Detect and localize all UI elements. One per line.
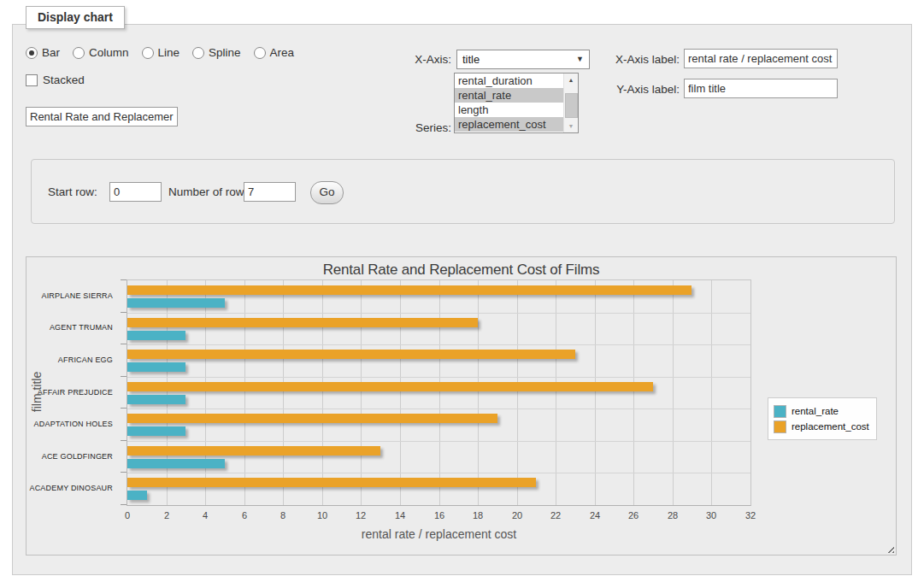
start-row-label: Start row: xyxy=(48,182,97,202)
gridline-horizontal xyxy=(127,473,750,473)
num-rows-label: Number of rows: xyxy=(168,182,253,202)
num-rows-input[interactable] xyxy=(244,182,296,202)
x-tick-label: 2 xyxy=(150,510,184,520)
gridline-horizontal xyxy=(127,313,750,314)
chart: Rental Rate and Replacement Cost of Film… xyxy=(26,256,897,556)
y-tick-mark xyxy=(121,376,127,377)
gridline-vertical xyxy=(439,280,440,505)
gridline-vertical xyxy=(167,280,168,505)
legend-item: replacement_cost xyxy=(774,420,869,433)
radio-icon[interactable] xyxy=(254,47,266,59)
series-list-label: Series: xyxy=(338,121,451,134)
x-tick-label: 26 xyxy=(616,510,650,520)
radio-option-area[interactable]: Area xyxy=(254,46,295,59)
resize-grip-icon[interactable] xyxy=(885,544,894,553)
chart-legend: rental_ratereplacement_cost xyxy=(768,397,877,440)
bar-replacement_cost[interactable] xyxy=(127,382,653,391)
radio-option-column[interactable]: Column xyxy=(73,46,129,59)
gridline-vertical xyxy=(556,280,556,505)
radio-option-spline[interactable]: Spline xyxy=(192,46,241,59)
bar-replacement_cost[interactable] xyxy=(127,414,497,423)
y-tick-mark xyxy=(121,440,127,441)
gridline-horizontal xyxy=(127,441,750,442)
y-tick-mark xyxy=(121,312,127,313)
bar-rental_rate[interactable] xyxy=(127,491,147,500)
x-tick-label: 6 xyxy=(227,510,262,520)
x-tick-label: 10 xyxy=(305,510,339,520)
bar-rental_rate[interactable] xyxy=(127,426,185,436)
rows-controls-panel: Start row: Number of rows: Go xyxy=(31,159,895,224)
scrollbar-thumb[interactable] xyxy=(565,93,578,118)
y-tick-mark xyxy=(121,279,127,280)
panel-title: Display chart xyxy=(26,6,125,29)
gridline-vertical xyxy=(673,280,674,505)
radio-label-bar: Bar xyxy=(42,46,60,59)
bar-rental_rate[interactable] xyxy=(127,395,185,404)
stacked-checkbox[interactable]: Stacked xyxy=(26,73,85,86)
bar-replacement_cost[interactable] xyxy=(127,318,478,327)
y-tick-mark xyxy=(121,472,127,473)
x-tick-label: 20 xyxy=(500,510,534,520)
bar-replacement_cost[interactable] xyxy=(127,446,380,456)
series-option-length[interactable]: length xyxy=(455,103,578,117)
x-tick-label: 16 xyxy=(422,510,456,520)
radio-label-spline: Spline xyxy=(209,46,241,59)
x-tick-label: 18 xyxy=(461,510,495,520)
bar-rental_rate[interactable] xyxy=(127,331,185,340)
checkbox-icon[interactable] xyxy=(26,74,38,86)
start-row-input[interactable] xyxy=(109,182,162,202)
gridline-vertical xyxy=(283,280,284,505)
x-tick-label: 32 xyxy=(733,510,768,520)
legend-label: replacement_cost xyxy=(792,421,869,432)
radio-option-bar[interactable]: Bar xyxy=(26,46,60,59)
display-chart-panel: Bar Column Line Spline Area Stacked X-Ax… xyxy=(12,24,912,575)
legend-label: rental_rate xyxy=(792,406,839,416)
gridline-vertical xyxy=(400,280,401,505)
x-tick-label: 8 xyxy=(266,510,300,520)
chart-type-radio-group: Bar Column Line Spline Area xyxy=(26,46,294,59)
y-axis-label-input[interactable] xyxy=(684,79,838,98)
y-tick-mark xyxy=(121,408,127,409)
series-option-replacement-cost[interactable]: replacement_cost xyxy=(455,117,578,132)
legend-swatch xyxy=(774,405,786,418)
gridline-horizontal xyxy=(127,377,750,378)
scroll-down-icon[interactable]: ▼ xyxy=(564,120,578,132)
chart-plot-area xyxy=(127,279,751,506)
radio-label-column: Column xyxy=(89,46,129,59)
radio-icon[interactable] xyxy=(73,47,85,59)
gridline-vertical xyxy=(633,280,634,505)
gridline-horizontal xyxy=(127,409,750,409)
bar-rental_rate[interactable] xyxy=(127,362,185,372)
y-axis-title: film title xyxy=(30,279,44,504)
x-axis-label-caption: X-Axis label: xyxy=(551,53,680,66)
gridline-vertical xyxy=(322,280,323,505)
gridline-vertical xyxy=(244,280,245,505)
radio-label-area: Area xyxy=(270,46,295,59)
bar-replacement_cost[interactable] xyxy=(127,478,536,487)
x-tick-label: 28 xyxy=(656,510,690,520)
gridline-vertical xyxy=(711,280,712,505)
bar-replacement_cost[interactable] xyxy=(127,285,692,295)
x-tick-label: 4 xyxy=(188,510,222,520)
radio-icon[interactable] xyxy=(26,47,38,59)
radio-option-line[interactable]: Line xyxy=(142,46,180,59)
bar-replacement_cost[interactable] xyxy=(127,350,575,359)
radio-icon[interactable] xyxy=(142,47,154,59)
gridline-vertical xyxy=(595,280,596,505)
y-axis-label-caption: Y-Axis label: xyxy=(551,83,680,96)
radio-icon[interactable] xyxy=(192,47,204,59)
gridline-vertical xyxy=(205,280,206,505)
radio-label-line: Line xyxy=(158,46,180,59)
go-button[interactable]: Go xyxy=(310,181,344,204)
x-axis-label-input[interactable] xyxy=(684,49,838,68)
x-axis-tick-labels: 02468101214161820222426283032 xyxy=(127,510,750,522)
bar-rental_rate[interactable] xyxy=(127,298,225,308)
chart-title-input[interactable] xyxy=(26,107,178,126)
gridline-vertical xyxy=(517,280,518,505)
x-tick-label: 24 xyxy=(578,510,612,520)
x-tick-label: 0 xyxy=(110,510,144,520)
bar-rental_rate[interactable] xyxy=(127,459,225,468)
x-axis-title: rental rate / replacement cost xyxy=(127,527,750,541)
series-listbox[interactable]: rental_duration rental_rate length repla… xyxy=(454,73,579,133)
gridline-horizontal xyxy=(127,344,750,345)
